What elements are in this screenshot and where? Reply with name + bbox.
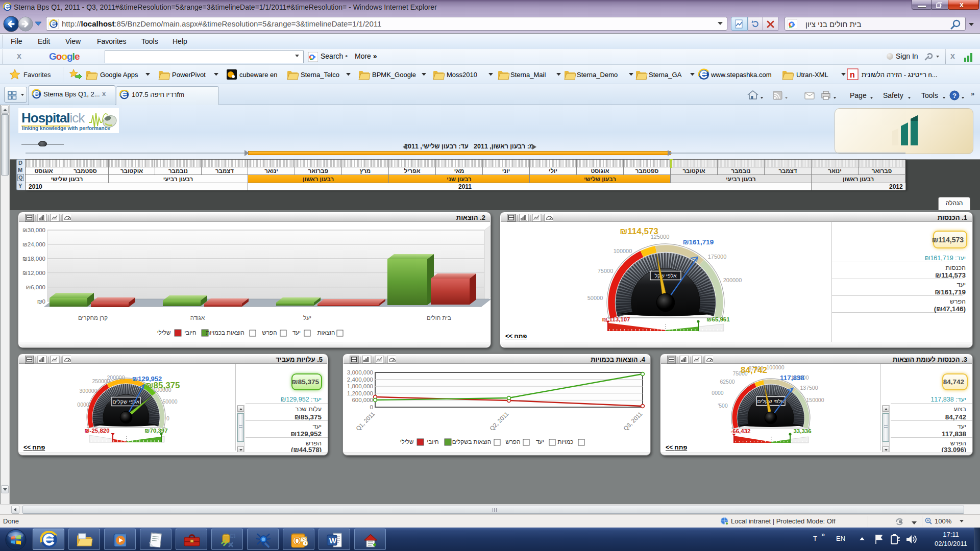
svg-text:75000: 75000 (598, 268, 614, 274)
svg-text:הוצאות בשקלים: הוצאות בשקלים (452, 439, 491, 445)
svg-text:'500: '500 (718, 403, 728, 409)
svg-text:חיובי: חיובי (427, 439, 438, 445)
svg-text:www.stepashka.com: www.stepashka.com (710, 71, 772, 79)
svg-text:137500: 137500 (800, 385, 818, 391)
svg-text:Q2, 2011: Q2, 2011 (488, 411, 509, 432)
svg-text:50000: 50000 (162, 398, 177, 405)
svg-text:-66,432: -66,432 (730, 428, 750, 434)
svg-text:Q3, 2011: Q3, 2011 (622, 411, 643, 432)
svg-text:הפרש: הפרש (262, 330, 277, 336)
svg-text:»: » (971, 90, 974, 97)
svg-text:n: n (850, 70, 855, 79)
svg-text:אגודה: אגודה (190, 315, 205, 321)
svg-text:3,000,000: 3,000,000 (347, 369, 373, 375)
svg-text:קרן מחקרים: קרן מחקרים (78, 315, 108, 321)
svg-text:אלפי שקלים: אלפי שקלים (757, 398, 785, 404)
svg-text:יעד: יעד (292, 330, 301, 336)
svg-text:Page: Page (850, 91, 867, 99)
svg-text:Safety: Safety (883, 91, 903, 99)
svg-text:1,800,000: 1,800,000 (347, 383, 373, 389)
svg-text:Sterna_GA: Sterna_GA (649, 71, 682, 79)
svg-text:0: 0 (370, 404, 373, 410)
svg-text:50000: 50000 (587, 295, 603, 301)
svg-text:200000: 200000 (723, 277, 742, 283)
svg-text:250000: 250000 (92, 378, 110, 384)
svg-text:שלילי: שלילי (400, 439, 414, 445)
svg-text:1,200,000: 1,200,000 (347, 390, 373, 396)
svg-text:175000: 175000 (708, 254, 727, 260)
svg-text:2,400,000: 2,400,000 (347, 377, 373, 383)
svg-text:₪24,000: ₪24,000 (22, 241, 45, 247)
svg-text:cubeware en: cubeware en (239, 71, 277, 79)
svg-text:Sterna_Telco: Sterna_Telco (301, 71, 339, 79)
svg-text:יעל: יעל (303, 315, 311, 321)
svg-text:₪114,573: ₪114,573 (620, 227, 658, 236)
svg-text:כמויות: כמויות (558, 439, 574, 445)
svg-text:150000: 150000 (806, 397, 824, 403)
svg-text:שלילי: שלילי (157, 330, 171, 336)
svg-text:₪6,000: ₪6,000 (26, 284, 45, 290)
svg-text:הפרש: הפרש (506, 439, 521, 445)
svg-text:Q1, 2011: Q1, 2011 (355, 411, 376, 432)
svg-text:117,838: 117,838 (780, 374, 805, 382)
svg-text:0: 0 (166, 415, 169, 421)
svg-text:אלפי שקל: אלפי שקל (654, 272, 677, 279)
svg-text:הוצאות: הוצאות (317, 330, 335, 336)
svg-text:₪30,000: ₪30,000 (22, 227, 45, 233)
svg-text:Google Apps: Google Apps (100, 71, 138, 79)
svg-text:84,742: 84,742 (741, 365, 767, 375)
svg-text:33,336: 33,336 (793, 428, 811, 434)
svg-text:0000: 0000 (712, 390, 724, 396)
svg-text:?: ? (952, 92, 957, 99)
svg-text:Moss2010: Moss2010 (447, 71, 477, 79)
svg-text:0000: 0000 (77, 402, 89, 408)
svg-text:Utran-XML: Utran-XML (796, 71, 828, 79)
svg-text:יעד: יעד (536, 439, 544, 445)
svg-text:600,000: 600,000 (352, 397, 373, 403)
svg-text:W: W (329, 536, 337, 545)
svg-text:₪161,719: ₪161,719 (683, 238, 714, 246)
svg-text:רייטינג - הזירה הלשונית n...: רייטינג - הזירה הלשונית n... (862, 71, 938, 79)
svg-text:בית חולים: בית חולים (427, 315, 451, 321)
svg-text:62500: 62500 (720, 379, 734, 385)
svg-text:₪0: ₪0 (37, 298, 45, 305)
svg-text:PowerPivot: PowerPivot (172, 71, 206, 79)
svg-text:100000: 100000 (614, 248, 632, 254)
svg-text:הוצאות בכמויות: הוצאות בכמויות (206, 330, 244, 336)
svg-text:₪129,952: ₪129,952 (132, 375, 162, 383)
svg-text:Sterna_Demo: Sterna_Demo (577, 71, 618, 79)
svg-text:₪-25,820: ₪-25,820 (84, 428, 109, 434)
svg-text:Tools: Tools (921, 91, 938, 99)
svg-text:Sterna_Mail: Sterna_Mail (510, 71, 546, 79)
svg-text:300000: 300000 (79, 388, 97, 394)
svg-text:₪70,397: ₪70,397 (144, 428, 167, 434)
svg-text:BPMK_Google: BPMK_Google (372, 71, 416, 79)
svg-text:₪12,000: ₪12,000 (22, 270, 45, 276)
svg-text:100000: 100000 (766, 364, 784, 370)
svg-text:₪-113,107: ₪-113,107 (602, 316, 630, 322)
svg-text:₪65,961: ₪65,961 (706, 316, 730, 322)
svg-text:₪18,000: ₪18,000 (22, 256, 45, 262)
svg-text:חיובי: חיובי (184, 330, 196, 336)
